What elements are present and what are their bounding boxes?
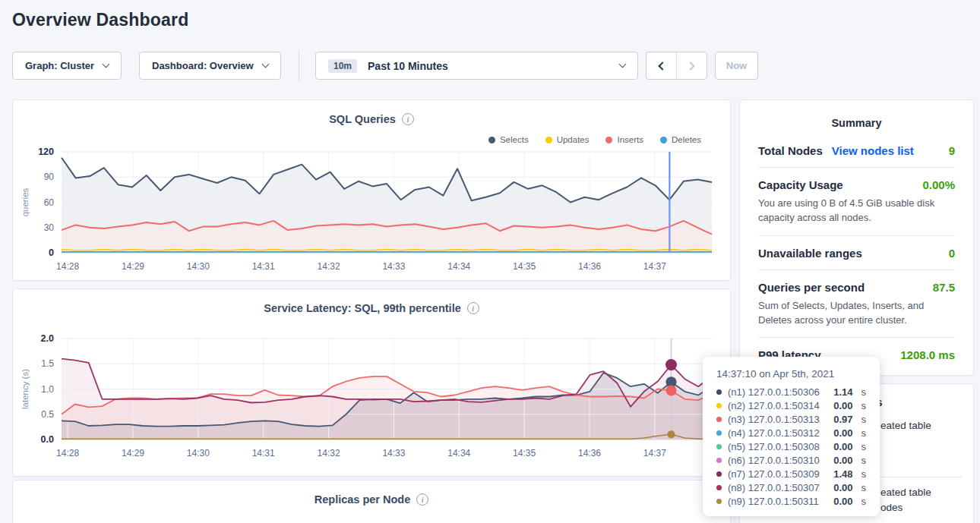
tooltip-node-unit: s bbox=[861, 414, 867, 425]
svg-text:14:28: 14:28 bbox=[56, 261, 79, 272]
sql-queries-chart[interactable]: 030609012014:2814:2914:3014:3114:3214:33… bbox=[13, 144, 732, 279]
qps-value: 87.5 bbox=[933, 281, 955, 294]
legend-item: Selects bbox=[488, 135, 529, 144]
time-next-button[interactable] bbox=[677, 52, 707, 79]
summary-row-unavailable: Unavailable ranges 0 bbox=[758, 236, 955, 270]
info-icon[interactable]: i bbox=[402, 113, 414, 125]
tooltip-node-unit: s bbox=[861, 496, 867, 507]
time-nav-group bbox=[646, 52, 707, 80]
tooltip-node-value: 1.14 bbox=[833, 386, 852, 398]
svg-text:14:34: 14:34 bbox=[447, 448, 470, 458]
svg-text:14:35: 14:35 bbox=[513, 448, 536, 458]
svg-text:14:33: 14:33 bbox=[382, 448, 405, 458]
svg-text:14:28: 14:28 bbox=[56, 448, 79, 458]
legend-label: Deletes bbox=[672, 135, 701, 144]
tooltip-node-label: (n1) 127.0.0.1:50306 bbox=[728, 386, 827, 398]
p99-latency-value: 1208.0 ms bbox=[900, 348, 955, 361]
svg-text:1.5: 1.5 bbox=[41, 358, 54, 369]
time-prev-button[interactable] bbox=[646, 52, 677, 79]
tooltip-node-unit: s bbox=[861, 386, 867, 398]
svg-text:14:37: 14:37 bbox=[643, 261, 666, 272]
tooltip-row: (n4) 127.0.0.1:503120.00s bbox=[716, 426, 866, 440]
unavailable-ranges-value: 0 bbox=[949, 247, 955, 260]
svg-text:0: 0 bbox=[49, 247, 54, 258]
view-nodes-list-link[interactable]: View nodes list bbox=[832, 144, 914, 157]
svg-text:90: 90 bbox=[44, 172, 55, 182]
chevron-down-icon bbox=[103, 61, 110, 68]
tooltip-node-value: 0.00 bbox=[833, 496, 852, 507]
total-nodes-label: Total Nodes bbox=[758, 144, 823, 157]
tooltip-node-label: (n2) 127.0.0.1:50314 bbox=[728, 400, 827, 411]
tooltip-node-unit: s bbox=[861, 482, 867, 493]
chart-tooltip: 14:37:10 on Apr 5th, 2021 (n1) 127.0.0.1… bbox=[703, 357, 880, 516]
sql-queries-title: SQL Queries i bbox=[13, 113, 730, 125]
svg-text:14:36: 14:36 bbox=[578, 261, 601, 272]
tooltip-node-unit: s bbox=[861, 400, 867, 411]
qps-label: Queries per second bbox=[758, 281, 865, 294]
tooltip-node-unit: s bbox=[861, 468, 867, 480]
tooltip-row: (n3) 127.0.0.1:503130.97s bbox=[716, 412, 866, 426]
tooltip-node-unit: s bbox=[861, 427, 867, 439]
graph-dropdown-label: Graph: Cluster bbox=[25, 60, 94, 71]
tooltip-node-label: (n7) 127.0.0.1:50309 bbox=[728, 468, 827, 480]
svg-text:14:33: 14:33 bbox=[382, 261, 405, 272]
graph-dropdown[interactable]: Graph: Cluster bbox=[12, 52, 122, 80]
event-text-fragment: eated table bbox=[880, 487, 931, 498]
tooltip-row: (n8) 127.0.0.1:503070.00s bbox=[716, 480, 866, 494]
sql-legend: SelectsUpdatesInsertsDeletes bbox=[488, 135, 701, 144]
tooltip-node-label: (n8) 127.0.0.1:50307 bbox=[728, 482, 827, 493]
tooltip-row: (n7) 127.0.0.1:503091.48s bbox=[716, 467, 866, 480]
tooltip-row: (n1) 127.0.0.1:503061.14s bbox=[716, 385, 866, 399]
svg-text:queries: queries bbox=[21, 187, 30, 216]
svg-text:14:30: 14:30 bbox=[187, 261, 210, 272]
svg-text:0.5: 0.5 bbox=[41, 409, 54, 420]
tooltip-row: (n6) 127.0.0.1:503100.00s bbox=[716, 453, 866, 467]
latency-chart[interactable]: 0.00.51.01.52.014:2814:2914:3014:3114:32… bbox=[13, 327, 732, 475]
time-range-selector[interactable]: 10m Past 10 Minutes bbox=[315, 52, 638, 80]
node-dot-icon bbox=[716, 458, 722, 463]
svg-text:14:34: 14:34 bbox=[447, 261, 470, 272]
svg-text:60: 60 bbox=[44, 197, 55, 208]
chevron-down-icon bbox=[261, 61, 269, 68]
summary-panel: Summary Total Nodes View nodes list 9 Ca… bbox=[739, 99, 974, 376]
node-dot-icon bbox=[716, 389, 722, 395]
dashboard-dropdown[interactable]: Dashboard: Overview bbox=[139, 52, 281, 80]
node-dot-icon bbox=[716, 403, 722, 408]
summary-row-total-nodes: Total Nodes View nodes list 9 bbox=[758, 134, 955, 168]
time-range-badge: 10m bbox=[328, 59, 357, 73]
legend-item: Updates bbox=[545, 135, 590, 144]
tooltip-node-unit: s bbox=[861, 441, 867, 452]
legend-item: Inserts bbox=[605, 135, 643, 144]
node-dot-icon bbox=[716, 485, 722, 490]
tooltip-node-value: 0.00 bbox=[833, 400, 852, 411]
tooltip-row: (n2) 127.0.0.1:503140.00s bbox=[716, 399, 866, 412]
tooltip-node-value: 0.00 bbox=[833, 441, 852, 452]
tooltip-row: (n9) 127.0.0.1:503110.00s bbox=[716, 494, 866, 508]
latency-title: Service Latency: SQL, 99th percentile i bbox=[13, 302, 730, 314]
tooltip-row: (n5) 127.0.0.1:503080.00s bbox=[716, 440, 866, 453]
tooltip-rows: (n1) 127.0.0.1:503061.14s(n2) 127.0.0.1:… bbox=[716, 385, 866, 508]
tooltip-node-value: 0.97 bbox=[833, 414, 852, 425]
node-dot-icon bbox=[716, 417, 722, 422]
replicas-title: Replicas per Node i bbox=[13, 493, 730, 506]
tooltip-node-value: 0.00 bbox=[833, 427, 852, 439]
now-button[interactable]: Now bbox=[715, 52, 758, 80]
svg-text:0.0: 0.0 bbox=[41, 434, 54, 445]
svg-text:120: 120 bbox=[38, 147, 54, 157]
tooltip-node-label: (n6) 127.0.0.1:50310 bbox=[728, 455, 827, 466]
tooltip-node-label: (n4) 127.0.0.1:50312 bbox=[728, 427, 827, 439]
total-nodes-value: 9 bbox=[949, 144, 955, 157]
capacity-label: Capacity Usage bbox=[758, 178, 843, 191]
capacity-value: 0.00% bbox=[922, 178, 955, 191]
tooltip-node-label: (n9) 127.0.0.1:50311 bbox=[728, 496, 827, 507]
svg-text:14:30: 14:30 bbox=[187, 448, 210, 458]
info-icon[interactable]: i bbox=[416, 493, 428, 506]
summary-title: Summary bbox=[740, 100, 973, 129]
svg-text:14:31: 14:31 bbox=[252, 448, 275, 458]
chevron-left-icon bbox=[658, 61, 666, 70]
svg-text:14:31: 14:31 bbox=[252, 261, 275, 272]
info-icon[interactable]: i bbox=[467, 302, 479, 314]
latency-panel: Service Latency: SQL, 99th percentile i … bbox=[12, 288, 731, 477]
svg-text:14:32: 14:32 bbox=[318, 448, 340, 458]
svg-text:14:29: 14:29 bbox=[122, 448, 144, 458]
